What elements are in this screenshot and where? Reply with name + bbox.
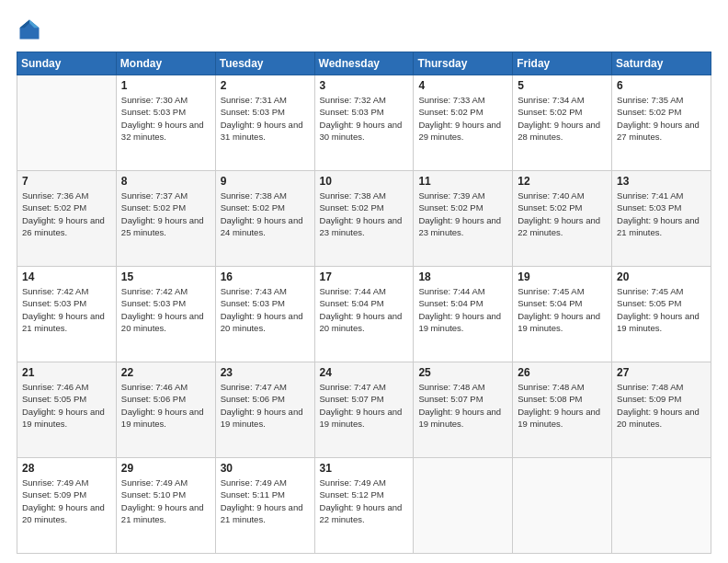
calendar-cell bbox=[414, 458, 513, 554]
day-info: Sunrise: 7:46 AMSunset: 5:06 PMDaylight:… bbox=[121, 381, 210, 430]
day-number: 14 bbox=[22, 270, 111, 283]
day-number: 12 bbox=[518, 175, 607, 188]
day-number: 17 bbox=[320, 270, 409, 283]
day-info: Sunrise: 7:49 AMSunset: 5:10 PMDaylight:… bbox=[121, 477, 210, 525]
day-number: 28 bbox=[22, 462, 111, 475]
calendar-cell bbox=[17, 75, 117, 171]
day-number: 16 bbox=[221, 270, 310, 283]
calendar-cell: 1Sunrise: 7:30 AMSunset: 5:03 PMDaylight… bbox=[116, 75, 215, 171]
day-number: 3 bbox=[320, 79, 409, 92]
calendar-cell: 31Sunrise: 7:49 AMSunset: 5:12 PMDayligh… bbox=[314, 458, 414, 554]
day-info: Sunrise: 7:45 AMSunset: 5:04 PMDaylight:… bbox=[518, 285, 607, 334]
logo-icon bbox=[17, 17, 42, 42]
calendar-cell: 13Sunrise: 7:41 AMSunset: 5:03 PMDayligh… bbox=[612, 171, 711, 267]
day-number: 18 bbox=[418, 270, 507, 283]
logo bbox=[17, 17, 46, 42]
day-info: Sunrise: 7:48 AMSunset: 5:07 PMDaylight:… bbox=[418, 381, 507, 430]
weekday-thursday: Thursday bbox=[414, 52, 513, 75]
day-info: Sunrise: 7:42 AMSunset: 5:03 PMDaylight:… bbox=[22, 285, 111, 334]
day-info: Sunrise: 7:47 AMSunset: 5:07 PMDaylight:… bbox=[320, 381, 409, 430]
calendar-cell: 5Sunrise: 7:34 AMSunset: 5:02 PMDaylight… bbox=[513, 75, 612, 171]
weekday-sunday: Sunday bbox=[17, 52, 117, 75]
day-info: Sunrise: 7:47 AMSunset: 5:06 PMDaylight:… bbox=[221, 381, 310, 430]
day-info: Sunrise: 7:35 AMSunset: 5:02 PMDaylight:… bbox=[617, 94, 706, 143]
calendar-cell: 4Sunrise: 7:33 AMSunset: 5:02 PMDaylight… bbox=[414, 75, 513, 171]
day-info: Sunrise: 7:41 AMSunset: 5:03 PMDaylight:… bbox=[617, 190, 706, 238]
weekday-friday: Friday bbox=[513, 52, 612, 75]
weekday-saturday: Saturday bbox=[612, 52, 711, 75]
calendar-cell bbox=[513, 458, 612, 554]
day-number: 7 bbox=[22, 175, 111, 188]
day-number: 22 bbox=[121, 366, 210, 379]
day-info: Sunrise: 7:30 AMSunset: 5:03 PMDaylight:… bbox=[121, 94, 210, 143]
day-number: 30 bbox=[221, 462, 310, 475]
calendar-cell: 3Sunrise: 7:32 AMSunset: 5:03 PMDaylight… bbox=[314, 75, 414, 171]
day-info: Sunrise: 7:42 AMSunset: 5:03 PMDaylight:… bbox=[121, 285, 210, 334]
day-info: Sunrise: 7:31 AMSunset: 5:03 PMDaylight:… bbox=[221, 94, 310, 143]
day-number: 9 bbox=[221, 175, 310, 188]
week-row-4: 21Sunrise: 7:46 AMSunset: 5:05 PMDayligh… bbox=[17, 362, 711, 458]
calendar-cell: 28Sunrise: 7:49 AMSunset: 5:09 PMDayligh… bbox=[17, 458, 117, 554]
calendar-cell: 23Sunrise: 7:47 AMSunset: 5:06 PMDayligh… bbox=[215, 362, 314, 458]
day-info: Sunrise: 7:37 AMSunset: 5:02 PMDaylight:… bbox=[121, 190, 210, 238]
day-number: 15 bbox=[121, 270, 210, 283]
calendar-cell: 18Sunrise: 7:44 AMSunset: 5:04 PMDayligh… bbox=[414, 267, 513, 362]
calendar-cell: 12Sunrise: 7:40 AMSunset: 5:02 PMDayligh… bbox=[513, 171, 612, 267]
day-info: Sunrise: 7:48 AMSunset: 5:08 PMDaylight:… bbox=[518, 381, 607, 430]
week-row-3: 14Sunrise: 7:42 AMSunset: 5:03 PMDayligh… bbox=[17, 267, 711, 362]
day-info: Sunrise: 7:43 AMSunset: 5:03 PMDaylight:… bbox=[221, 285, 310, 334]
day-info: Sunrise: 7:44 AMSunset: 5:04 PMDaylight:… bbox=[418, 285, 507, 334]
day-number: 8 bbox=[121, 175, 210, 188]
day-number: 29 bbox=[121, 462, 210, 475]
calendar-cell: 15Sunrise: 7:42 AMSunset: 5:03 PMDayligh… bbox=[116, 267, 215, 362]
calendar-cell: 24Sunrise: 7:47 AMSunset: 5:07 PMDayligh… bbox=[314, 362, 414, 458]
calendar-cell: 21Sunrise: 7:46 AMSunset: 5:05 PMDayligh… bbox=[17, 362, 117, 458]
weekday-row: SundayMondayTuesdayWednesdayThursdayFrid… bbox=[17, 52, 711, 75]
calendar-cell: 10Sunrise: 7:38 AMSunset: 5:02 PMDayligh… bbox=[314, 171, 414, 267]
weekday-tuesday: Tuesday bbox=[215, 52, 314, 75]
calendar-table: SundayMondayTuesdayWednesdayThursdayFrid… bbox=[17, 52, 711, 554]
day-number: 2 bbox=[221, 79, 310, 92]
calendar-cell: 2Sunrise: 7:31 AMSunset: 5:03 PMDaylight… bbox=[215, 75, 314, 171]
calendar-cell: 25Sunrise: 7:48 AMSunset: 5:07 PMDayligh… bbox=[414, 362, 513, 458]
day-number: 6 bbox=[617, 79, 706, 92]
calendar-cell: 27Sunrise: 7:48 AMSunset: 5:09 PMDayligh… bbox=[612, 362, 711, 458]
day-info: Sunrise: 7:46 AMSunset: 5:05 PMDaylight:… bbox=[22, 381, 111, 430]
day-info: Sunrise: 7:33 AMSunset: 5:02 PMDaylight:… bbox=[418, 94, 507, 143]
calendar-cell bbox=[612, 458, 711, 554]
day-info: Sunrise: 7:45 AMSunset: 5:05 PMDaylight:… bbox=[617, 285, 706, 334]
day-info: Sunrise: 7:49 AMSunset: 5:09 PMDaylight:… bbox=[22, 477, 111, 525]
day-info: Sunrise: 7:49 AMSunset: 5:12 PMDaylight:… bbox=[320, 477, 409, 525]
calendar-cell: 17Sunrise: 7:44 AMSunset: 5:04 PMDayligh… bbox=[314, 267, 414, 362]
day-number: 19 bbox=[518, 270, 607, 283]
header bbox=[17, 17, 711, 42]
day-info: Sunrise: 7:49 AMSunset: 5:11 PMDaylight:… bbox=[221, 477, 310, 525]
day-number: 27 bbox=[617, 366, 706, 379]
week-row-5: 28Sunrise: 7:49 AMSunset: 5:09 PMDayligh… bbox=[17, 458, 711, 554]
calendar-cell: 29Sunrise: 7:49 AMSunset: 5:10 PMDayligh… bbox=[116, 458, 215, 554]
day-info: Sunrise: 7:39 AMSunset: 5:02 PMDaylight:… bbox=[418, 190, 507, 238]
calendar-cell: 7Sunrise: 7:36 AMSunset: 5:02 PMDaylight… bbox=[17, 171, 117, 267]
day-number: 31 bbox=[320, 462, 409, 475]
day-info: Sunrise: 7:38 AMSunset: 5:02 PMDaylight:… bbox=[221, 190, 310, 238]
calendar-header: SundayMondayTuesdayWednesdayThursdayFrid… bbox=[17, 52, 711, 75]
day-number: 5 bbox=[518, 79, 607, 92]
day-info: Sunrise: 7:36 AMSunset: 5:02 PMDaylight:… bbox=[22, 190, 111, 238]
calendar-cell: 14Sunrise: 7:42 AMSunset: 5:03 PMDayligh… bbox=[17, 267, 117, 362]
calendar-cell: 26Sunrise: 7:48 AMSunset: 5:08 PMDayligh… bbox=[513, 362, 612, 458]
day-number: 4 bbox=[418, 79, 507, 92]
day-number: 13 bbox=[617, 175, 706, 188]
calendar-cell: 30Sunrise: 7:49 AMSunset: 5:11 PMDayligh… bbox=[215, 458, 314, 554]
day-number: 1 bbox=[121, 79, 210, 92]
calendar-cell: 6Sunrise: 7:35 AMSunset: 5:02 PMDaylight… bbox=[612, 75, 711, 171]
day-info: Sunrise: 7:34 AMSunset: 5:02 PMDaylight:… bbox=[518, 94, 607, 143]
day-info: Sunrise: 7:40 AMSunset: 5:02 PMDaylight:… bbox=[518, 190, 607, 238]
week-row-1: 1Sunrise: 7:30 AMSunset: 5:03 PMDaylight… bbox=[17, 75, 711, 171]
day-number: 23 bbox=[221, 366, 310, 379]
calendar-cell: 16Sunrise: 7:43 AMSunset: 5:03 PMDayligh… bbox=[215, 267, 314, 362]
weekday-monday: Monday bbox=[116, 52, 215, 75]
day-number: 24 bbox=[320, 366, 409, 379]
calendar-cell: 22Sunrise: 7:46 AMSunset: 5:06 PMDayligh… bbox=[116, 362, 215, 458]
calendar-cell: 8Sunrise: 7:37 AMSunset: 5:02 PMDaylight… bbox=[116, 171, 215, 267]
day-number: 21 bbox=[22, 366, 111, 379]
